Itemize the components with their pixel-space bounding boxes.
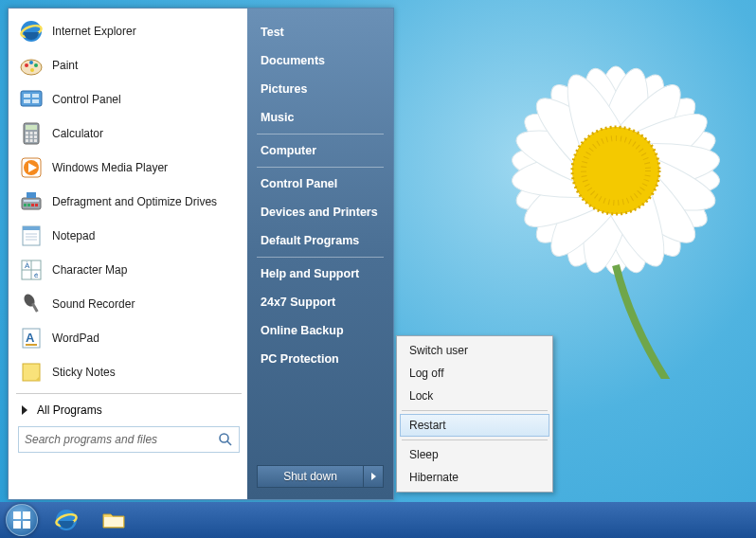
program-item-wordpad[interactable]: AWordPad <box>14 321 243 355</box>
sticky-icon <box>18 359 45 386</box>
svg-rect-39 <box>30 139 33 142</box>
all-programs-button[interactable]: All Programs <box>14 398 243 422</box>
charmap-icon: Àé <box>18 257 45 283</box>
power-item-lock[interactable]: Lock <box>400 385 549 407</box>
search-box[interactable] <box>18 426 240 453</box>
svg-point-68 <box>220 434 228 442</box>
svg-rect-38 <box>26 139 28 142</box>
cpanel-icon <box>18 86 45 113</box>
right-item-control-panel[interactable]: Control Panel <box>247 170 393 198</box>
program-item-defrag[interactable]: Defragment and Optimize Drives <box>14 185 243 219</box>
svg-rect-76 <box>104 517 123 527</box>
right-item-24x7-support[interactable]: 24x7 Support <box>247 288 393 316</box>
program-item-cpanel[interactable]: Control Panel <box>14 82 243 117</box>
program-label: Character Map <box>52 263 127 277</box>
right-item-devices-and-printers[interactable]: Devices and Printers <box>247 198 393 226</box>
program-label: Paint <box>52 59 78 72</box>
separator <box>257 257 384 258</box>
svg-rect-28 <box>24 99 30 103</box>
start-menu: Internet ExplorerPaintControl PanelCalcu… <box>8 8 394 500</box>
program-item-notepad[interactable]: Notepad <box>14 219 243 253</box>
svg-point-4 <box>510 135 722 206</box>
power-item-sleep[interactable]: Sleep <box>400 443 549 466</box>
svg-rect-62 <box>31 303 39 313</box>
taskbar-explorer-button[interactable] <box>95 506 133 534</box>
calc-icon <box>18 120 45 147</box>
svg-rect-32 <box>26 132 28 134</box>
right-item-default-programs[interactable]: Default Programs <box>247 226 393 255</box>
right-item-online-backup[interactable]: Online Backup <box>247 316 393 345</box>
program-item-mic[interactable]: Sound Recorder <box>14 287 243 321</box>
svg-point-12 <box>509 115 722 225</box>
svg-point-1 <box>551 65 681 276</box>
svg-rect-48 <box>27 204 30 206</box>
taskbar-ie-button[interactable] <box>47 506 85 534</box>
separator <box>16 393 242 394</box>
program-label: Control Panel <box>52 93 121 106</box>
svg-rect-47 <box>24 204 27 206</box>
power-item-switch-user[interactable]: Switch user <box>400 339 549 362</box>
svg-text:é: é <box>34 271 39 279</box>
svg-rect-37 <box>34 135 37 138</box>
taskbar <box>0 502 756 538</box>
svg-point-23 <box>34 63 38 67</box>
svg-point-21 <box>25 63 28 67</box>
svg-rect-25 <box>21 91 42 106</box>
program-item-wmp[interactable]: Windows Media Player <box>14 151 243 185</box>
svg-point-15 <box>572 127 659 214</box>
power-options-menu: Switch userLog offLockRestartSleepHibern… <box>396 335 553 493</box>
svg-rect-72 <box>13 521 21 529</box>
ie-icon <box>54 508 79 532</box>
power-item-log-off[interactable]: Log off <box>400 362 549 385</box>
svg-point-2 <box>522 82 710 259</box>
svg-line-69 <box>227 441 231 445</box>
svg-text:À: À <box>25 261 30 270</box>
program-label: Calculator <box>52 127 103 140</box>
separator <box>257 167 384 168</box>
shutdown-options-button[interactable] <box>363 465 384 488</box>
defrag-icon <box>18 188 45 215</box>
program-item-ie[interactable]: Internet Explorer <box>14 14 243 48</box>
search-input[interactable] <box>25 433 218 446</box>
svg-point-10 <box>513 97 719 243</box>
right-item-documents[interactable]: Documents <box>247 46 393 75</box>
right-item-computer[interactable]: Computer <box>247 136 393 165</box>
right-item-test[interactable]: Test <box>247 18 393 46</box>
svg-point-0 <box>591 66 640 275</box>
separator <box>257 134 384 134</box>
svg-rect-45 <box>24 200 39 202</box>
program-item-sticky[interactable]: Sticky Notes <box>14 355 243 389</box>
power-item-hibernate[interactable]: Hibernate <box>400 466 549 489</box>
svg-point-6 <box>534 72 696 270</box>
svg-rect-49 <box>31 204 34 206</box>
program-label: Defragment and Optimize Drives <box>52 195 217 208</box>
program-item-calc[interactable]: Calculator <box>14 117 243 151</box>
svg-point-16 <box>572 127 659 214</box>
program-item-charmap[interactable]: ÀéCharacter Map <box>14 253 243 287</box>
program-label: Internet Explorer <box>52 25 136 38</box>
svg-point-17 <box>584 138 648 203</box>
svg-rect-34 <box>34 132 37 134</box>
svg-point-9 <box>534 72 696 270</box>
shutdown-button[interactable]: Shut down <box>257 465 363 488</box>
wallpaper-flower <box>445 19 756 379</box>
svg-rect-40 <box>34 139 37 142</box>
svg-point-24 <box>30 68 34 72</box>
right-item-music[interactable]: Music <box>247 103 393 132</box>
program-label: Windows Media Player <box>52 161 168 174</box>
svg-point-13 <box>522 82 710 259</box>
svg-point-7 <box>570 63 662 278</box>
power-item-restart[interactable]: Restart <box>400 414 549 437</box>
notepad-icon <box>18 223 45 249</box>
search-icon <box>218 432 233 447</box>
svg-rect-29 <box>32 99 39 103</box>
program-item-paint[interactable]: Paint <box>14 48 243 82</box>
svg-rect-36 <box>30 135 33 138</box>
right-item-pc-protection[interactable]: PC Protection <box>247 345 393 373</box>
right-item-help-and-support[interactable]: Help and Support <box>247 260 393 288</box>
all-programs-label: All Programs <box>37 404 102 417</box>
start-button[interactable] <box>6 504 38 536</box>
svg-rect-26 <box>24 94 30 98</box>
mic-icon <box>18 291 45 317</box>
right-item-pictures[interactable]: Pictures <box>247 75 393 103</box>
